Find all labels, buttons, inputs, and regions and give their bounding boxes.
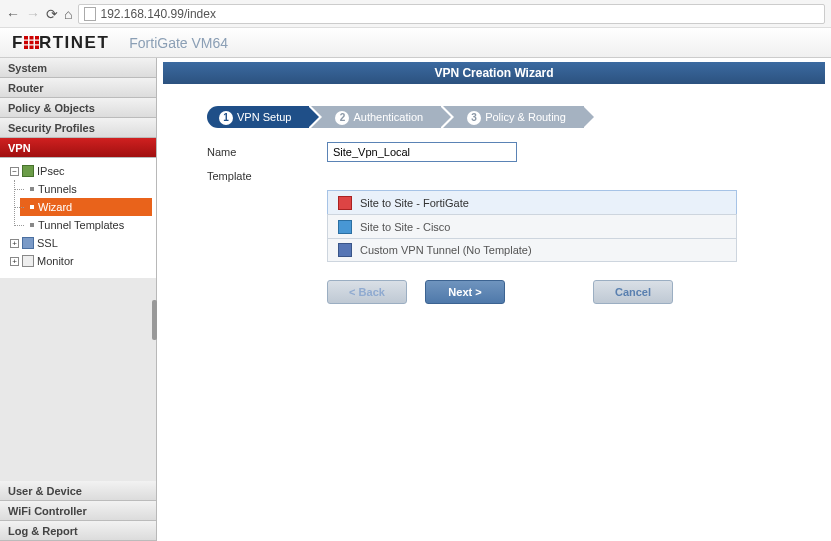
tree-ipsec-label: IPsec bbox=[37, 165, 65, 177]
template-cisco-label: Site to Site - Cisco bbox=[360, 221, 450, 233]
tree-monitor[interactable]: + Monitor bbox=[6, 252, 156, 270]
nav-policy-objects[interactable]: Policy & Objects bbox=[0, 98, 156, 118]
device-name: FortiGate VM64 bbox=[129, 35, 228, 51]
nav-security-profiles[interactable]: Security Profiles bbox=[0, 118, 156, 138]
lock-icon bbox=[22, 165, 34, 177]
bullet-icon bbox=[30, 187, 34, 191]
name-input[interactable] bbox=[327, 142, 517, 162]
tree-monitor-label: Monitor bbox=[37, 255, 74, 267]
tree-ipsec[interactable]: − IPsec bbox=[6, 162, 156, 180]
page-icon bbox=[84, 7, 96, 21]
tree-ssl[interactable]: + SSL bbox=[6, 234, 156, 252]
url-text: 192.168.140.99/index bbox=[100, 7, 215, 21]
template-fortigate-label: Site to Site - FortiGate bbox=[360, 197, 469, 209]
logo-pre: F bbox=[12, 33, 24, 52]
bullet-icon bbox=[30, 223, 34, 227]
svg-rect-0 bbox=[24, 36, 28, 40]
tree-wizard[interactable]: Wizard bbox=[20, 198, 152, 216]
step-num-3: 3 bbox=[467, 111, 481, 125]
page-title: VPN Creation Wizard bbox=[163, 62, 825, 84]
app-header: FRTINET FortiGate VM64 bbox=[0, 28, 831, 58]
tree-tunnels-label: Tunnels bbox=[38, 183, 77, 195]
url-bar[interactable]: 192.168.140.99/index bbox=[78, 4, 825, 24]
svg-rect-1 bbox=[29, 36, 33, 40]
svg-rect-6 bbox=[24, 45, 28, 49]
cisco-icon bbox=[338, 220, 352, 234]
fortinet-glyph-icon bbox=[24, 36, 39, 49]
home-icon[interactable]: ⌂ bbox=[64, 6, 72, 22]
template-custom-label: Custom VPN Tunnel (No Template) bbox=[360, 244, 532, 256]
monitor-icon bbox=[22, 255, 34, 267]
splitter-handle[interactable] bbox=[152, 300, 157, 340]
next-button[interactable]: Next > bbox=[425, 280, 505, 304]
back-button[interactable]: < Back bbox=[327, 280, 407, 304]
nav-vpn[interactable]: VPN bbox=[0, 138, 156, 158]
logo-post: RTINET bbox=[39, 33, 109, 52]
forward-icon[interactable]: → bbox=[26, 6, 40, 22]
browser-toolbar: ← → ⟳ ⌂ 192.168.140.99/index bbox=[0, 0, 831, 28]
step-num-2: 2 bbox=[335, 111, 349, 125]
step-vpn-setup[interactable]: 1VPN Setup bbox=[207, 106, 309, 128]
template-custom[interactable]: Custom VPN Tunnel (No Template) bbox=[327, 238, 737, 262]
tree-wizard-label: Wizard bbox=[38, 201, 72, 213]
reload-icon[interactable]: ⟳ bbox=[46, 6, 58, 22]
step-1-label: VPN Setup bbox=[237, 111, 291, 123]
template-list: Site to Site - FortiGate Site to Site - … bbox=[327, 190, 737, 262]
tree-tunnel-templates-label: Tunnel Templates bbox=[38, 219, 124, 231]
nav-tree: − IPsec Tunnels Wizard Tunnel Templates … bbox=[0, 158, 156, 278]
template-label: Template bbox=[207, 170, 327, 182]
cancel-button[interactable]: Cancel bbox=[593, 280, 673, 304]
svg-rect-4 bbox=[29, 40, 33, 44]
nav-wifi-controller[interactable]: WiFi Controller bbox=[0, 501, 156, 521]
tree-tunnel-templates[interactable]: Tunnel Templates bbox=[20, 216, 156, 234]
expand-icon[interactable]: + bbox=[10, 239, 19, 248]
custom-tunnel-icon bbox=[338, 243, 352, 257]
step-authentication[interactable]: 2Authentication bbox=[311, 106, 441, 128]
step-policy-routing[interactable]: 3Policy & Routing bbox=[443, 106, 584, 128]
step-2-label: Authentication bbox=[353, 111, 423, 123]
step-3-label: Policy & Routing bbox=[485, 111, 566, 123]
expand-icon[interactable]: + bbox=[10, 257, 19, 266]
collapse-icon[interactable]: − bbox=[10, 167, 19, 176]
sidebar: System Router Policy & Objects Security … bbox=[0, 58, 157, 541]
step-num-1: 1 bbox=[219, 111, 233, 125]
back-icon[interactable]: ← bbox=[6, 6, 20, 22]
tree-ssl-label: SSL bbox=[37, 237, 58, 249]
template-cisco[interactable]: Site to Site - Cisco bbox=[327, 214, 737, 238]
nav-log-report[interactable]: Log & Report bbox=[0, 521, 156, 541]
fortigate-icon bbox=[338, 196, 352, 210]
logo: FRTINET bbox=[12, 33, 109, 53]
svg-rect-7 bbox=[29, 45, 33, 49]
nav-user-device[interactable]: User & Device bbox=[0, 481, 156, 501]
content-area: VPN Creation Wizard 1VPN Setup 2Authenti… bbox=[157, 58, 831, 541]
wizard-steps: 1VPN Setup 2Authentication 3Policy & Rou… bbox=[207, 106, 781, 128]
nav-system[interactable]: System bbox=[0, 58, 156, 78]
ssl-icon bbox=[22, 237, 34, 249]
template-fortigate[interactable]: Site to Site - FortiGate bbox=[327, 190, 737, 214]
svg-rect-3 bbox=[24, 40, 28, 44]
bullet-icon bbox=[30, 205, 34, 209]
name-label: Name bbox=[207, 146, 327, 158]
tree-tunnels[interactable]: Tunnels bbox=[20, 180, 156, 198]
nav-router[interactable]: Router bbox=[0, 78, 156, 98]
